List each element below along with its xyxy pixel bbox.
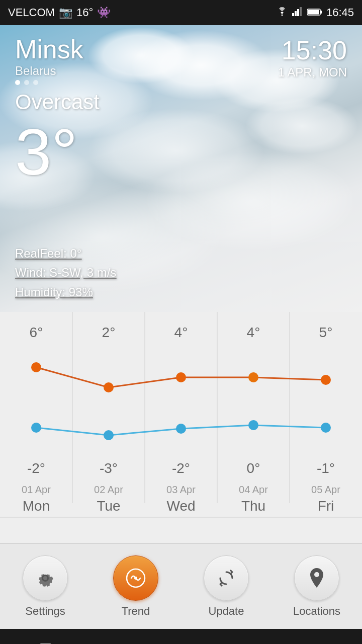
android-nav: ☰ ⌂ ▣ ↩	[0, 629, 362, 644]
forecast-chart: 6° 2° 4° 4° 5° -2° -3° -2° 0° -1° 01 Apr…	[0, 312, 362, 543]
svg-point-21	[248, 372, 258, 382]
nav-trend[interactable]: Trend	[96, 555, 176, 618]
locations-icon-circle[interactable]	[294, 555, 339, 601]
bottom-nav: Settings Trend Update L	[0, 543, 362, 629]
city-name: Minsk	[15, 35, 347, 64]
nav-locations[interactable]: Locations	[277, 555, 357, 618]
back-button[interactable]: ↩	[302, 641, 332, 645]
svg-text:Thu: Thu	[241, 498, 265, 514]
update-label: Update	[209, 605, 244, 618]
svg-rect-2	[295, 11, 297, 16]
svg-text:04 Apr: 04 Apr	[239, 484, 268, 495]
svg-point-18	[31, 362, 41, 372]
camera-icon: 📷	[59, 6, 72, 19]
svg-point-24	[104, 430, 114, 440]
settings-label: Settings	[25, 605, 65, 618]
trend-label: Trend	[122, 605, 150, 618]
nav-update[interactable]: Update	[186, 555, 266, 618]
svg-point-25	[176, 424, 186, 434]
settings-icon-circle[interactable]	[23, 555, 68, 601]
svg-text:01 Apr: 01 Apr	[22, 484, 51, 495]
dot-3	[33, 80, 38, 85]
svg-text:Mon: Mon	[23, 498, 50, 514]
page-dots	[15, 80, 347, 85]
signal-icon	[292, 6, 303, 19]
android-icon: 👾	[97, 6, 111, 19]
weather-details: RealFeel: 0° Wind: S-SW, 3 m/s Humidity:…	[15, 244, 116, 302]
svg-text:-3°: -3°	[100, 460, 118, 476]
home-button[interactable]: ⌂	[121, 641, 151, 644]
wifi-icon	[276, 6, 288, 19]
svg-point-23	[31, 423, 41, 433]
svg-point-20	[176, 372, 186, 382]
svg-text:6°: 6°	[30, 325, 43, 340]
svg-rect-6	[320, 11, 322, 14]
svg-rect-3	[297, 9, 299, 16]
status-left: VELCOM 📷 16° 👾	[8, 6, 111, 19]
svg-text:0°: 0°	[247, 460, 260, 476]
weather-hero: Minsk Belarus Overcast 3° 15:30 1 APR, M…	[0, 25, 362, 312]
nav-settings[interactable]: Settings	[5, 555, 85, 618]
weather-content: Minsk Belarus Overcast 3°	[0, 25, 362, 205]
clock-display: 16:45	[326, 6, 354, 19]
svg-text:Fri: Fri	[318, 498, 334, 514]
svg-text:Wed: Wed	[166, 498, 195, 514]
svg-text:-2°: -2°	[27, 460, 45, 476]
recents-button[interactable]: ▣	[211, 641, 241, 645]
wind-label: Wind: S-SW, 3 m/s	[15, 263, 116, 282]
svg-text:4°: 4°	[247, 325, 260, 340]
svg-text:05 Apr: 05 Apr	[311, 484, 340, 495]
status-bar: VELCOM 📷 16° 👾	[0, 0, 362, 25]
svg-text:02 Apr: 02 Apr	[94, 484, 123, 495]
temperature-badge: 16°	[76, 6, 93, 19]
status-right: 16:45	[276, 6, 354, 19]
dot-1	[15, 80, 20, 85]
locations-label: Locations	[293, 605, 340, 618]
svg-rect-7	[308, 10, 319, 15]
svg-text:4°: 4°	[174, 325, 188, 340]
weather-condition: Overcast	[15, 90, 347, 114]
svg-point-26	[248, 420, 258, 430]
svg-point-27	[321, 423, 331, 433]
trend-icon-circle[interactable]	[113, 555, 158, 601]
chart-section: 6° 2° 4° 4° 5° -2° -3° -2° 0° -1° 01 Apr…	[0, 312, 362, 543]
battery-icon	[307, 6, 322, 19]
country-name: Belarus	[15, 64, 347, 78]
svg-text:Tue: Tue	[97, 498, 120, 514]
svg-text:-2°: -2°	[172, 460, 190, 476]
svg-text:03 Apr: 03 Apr	[166, 484, 196, 495]
temperature-display: 3°	[15, 119, 347, 185]
dot-2	[24, 80, 29, 85]
svg-text:5°: 5°	[319, 325, 333, 340]
svg-point-45	[134, 577, 137, 580]
realfeel-label: RealFeel: 0°	[15, 244, 116, 263]
update-icon-circle[interactable]	[204, 555, 249, 601]
svg-point-22	[321, 375, 331, 385]
svg-point-0	[281, 15, 283, 16]
svg-rect-1	[292, 13, 294, 16]
menu-button[interactable]: ☰	[30, 641, 60, 645]
svg-rect-4	[300, 7, 302, 16]
svg-point-19	[104, 382, 114, 392]
humidity-label: Humidity: 93%	[15, 283, 116, 302]
svg-text:2°: 2°	[102, 325, 116, 340]
svg-text:-1°: -1°	[317, 460, 335, 476]
carrier-label: VELCOM	[8, 6, 55, 19]
